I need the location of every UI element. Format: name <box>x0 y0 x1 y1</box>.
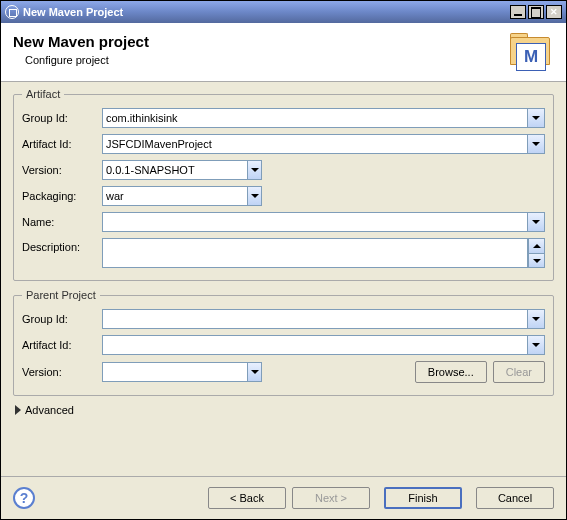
parent-group-id-dropdown-icon[interactable] <box>528 309 545 329</box>
finish-button[interactable]: Finish <box>384 487 462 509</box>
name-dropdown-icon[interactable] <box>528 212 545 232</box>
version-field[interactable] <box>102 160 248 180</box>
group-id-dropdown-icon[interactable] <box>528 108 545 128</box>
clear-button[interactable]: Clear <box>493 361 545 383</box>
back-button[interactable]: < Back <box>208 487 286 509</box>
parent-group-id-field[interactable] <box>102 309 528 329</box>
parent-group-id-label: Group Id: <box>22 313 102 325</box>
advanced-toggle[interactable]: Advanced <box>15 404 74 416</box>
artifact-id-label: Artifact Id: <box>22 138 102 150</box>
wizard-header: New Maven project Configure project M <box>1 23 566 82</box>
expand-icon <box>15 405 21 415</box>
description-field[interactable] <box>102 238 528 268</box>
description-scroll-up-icon[interactable] <box>528 238 545 253</box>
artifact-id-field[interactable] <box>102 134 528 154</box>
page-title: New Maven project <box>13 33 500 50</box>
title-bar: New Maven Project <box>1 1 566 23</box>
app-icon <box>5 5 19 19</box>
description-label: Description: <box>22 238 102 253</box>
packaging-dropdown-icon[interactable] <box>248 186 262 206</box>
maximize-button[interactable] <box>528 5 544 19</box>
version-label: Version: <box>22 164 102 176</box>
browse-button[interactable]: Browse... <box>415 361 487 383</box>
maven-logo-icon: M <box>508 33 554 73</box>
parent-artifact-id-label: Artifact Id: <box>22 339 102 351</box>
version-dropdown-icon[interactable] <box>248 160 262 180</box>
wizard-footer: ? < Back Next > Finish Cancel <box>1 476 566 519</box>
page-subtitle: Configure project <box>25 54 500 66</box>
wizard-content: Artifact Group Id: Artifact Id: Version: <box>1 82 566 476</box>
name-field[interactable] <box>102 212 528 232</box>
parent-version-field[interactable] <box>102 362 248 382</box>
artifact-legend: Artifact <box>22 88 64 100</box>
artifact-id-dropdown-icon[interactable] <box>528 134 545 154</box>
packaging-label: Packaging: <box>22 190 102 202</box>
minimize-button[interactable] <box>510 5 526 19</box>
name-label: Name: <box>22 216 102 228</box>
window-controls <box>510 5 562 19</box>
parent-project-group: Parent Project Group Id: Artifact Id: Ve… <box>13 289 554 396</box>
next-button[interactable]: Next > <box>292 487 370 509</box>
parent-artifact-id-field[interactable] <box>102 335 528 355</box>
description-scroll-down-icon[interactable] <box>528 253 545 268</box>
help-icon[interactable]: ? <box>13 487 35 509</box>
advanced-label: Advanced <box>25 404 74 416</box>
group-id-label: Group Id: <box>22 112 102 124</box>
parent-artifact-id-dropdown-icon[interactable] <box>528 335 545 355</box>
parent-version-label: Version: <box>22 366 102 378</box>
artifact-group: Artifact Group Id: Artifact Id: Version: <box>13 88 554 281</box>
packaging-field[interactable] <box>102 186 248 206</box>
parent-version-dropdown-icon[interactable] <box>248 362 262 382</box>
cancel-button[interactable]: Cancel <box>476 487 554 509</box>
close-button[interactable] <box>546 5 562 19</box>
group-id-field[interactable] <box>102 108 528 128</box>
window-title: New Maven Project <box>23 6 510 18</box>
parent-legend: Parent Project <box>22 289 100 301</box>
